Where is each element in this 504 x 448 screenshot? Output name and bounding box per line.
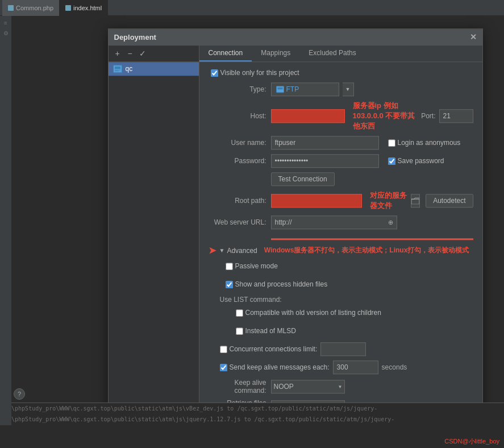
type-row: Type: FTP ▼ <box>209 82 473 96</box>
concurrent-row: Concurrent connections limit: <box>209 342 473 356</box>
check-server-button[interactable]: ✓ <box>137 48 148 59</box>
dialog-title: Deployment <box>114 33 156 42</box>
help-button[interactable]: ? <box>14 388 25 400</box>
username-row: User name: Login as anonymous <box>209 136 473 150</box>
globe-button[interactable]: ⊕ <box>385 215 397 229</box>
autodetect-button[interactable]: Autodetect <box>426 194 473 208</box>
passive-mode-checkbox[interactable] <box>226 263 233 270</box>
close-button[interactable]: ✕ <box>470 32 477 42</box>
remove-server-button[interactable]: − <box>124 48 136 59</box>
login-anonymous-label: Login as anonymous <box>398 139 461 147</box>
status-line-1: D:\phpStudy_pro\WWW\qc.sgxt.top\public\s… <box>0 403 504 414</box>
file-icon <box>8 5 14 11</box>
concurrent-input[interactable] <box>320 342 366 356</box>
status-bar-watermark: CSDN@小little_boy <box>440 435 504 448</box>
root-path-input[interactable] <box>271 194 362 208</box>
instead-mlsd-checkbox[interactable] <box>236 327 243 335</box>
root-path-annotation: 对应的服务器文件 <box>370 190 408 211</box>
add-server-button[interactable]: + <box>112 48 123 59</box>
instead-mlsd-row: Instead of MLSD <box>236 324 473 338</box>
keepalive-command-label: Keep alive command: <box>209 379 271 395</box>
test-connection-row: Test Connection <box>209 172 473 186</box>
dialog-title-bar: Deployment ✕ <box>109 29 482 45</box>
red-underline <box>271 238 473 240</box>
config-panel: Connection Mappings Excluded Paths <box>199 45 482 448</box>
compatible-label: Compatible with old version of listing c… <box>245 309 381 317</box>
save-password-checkbox[interactable] <box>388 157 395 165</box>
username-input[interactable] <box>271 136 379 150</box>
web-server-url-row: Web server URL: ⊕ <box>209 215 473 229</box>
save-password-label: Save password <box>398 157 444 165</box>
tab-mappings[interactable]: Mappings <box>252 45 299 61</box>
sidebar-icon-2: ⚙ <box>1 28 10 38</box>
type-label: Type: <box>209 85 271 93</box>
keepalive-input[interactable] <box>333 360 378 374</box>
advanced-header[interactable]: ➤ ▼ Advanced Windows服务器不打勾，表示主动模式；Linux打… <box>209 245 473 256</box>
instead-mlsd-wrap[interactable]: Instead of MLSD <box>236 327 296 335</box>
keepalive-wrap[interactable]: Send keep alive messages each: <box>220 363 330 371</box>
type-display: FTP <box>271 82 339 96</box>
tab-connection[interactable]: Connection <box>199 45 252 61</box>
keepalive-unit: seconds <box>382 363 407 371</box>
keepalive-command-select-wrap: NOOP <box>271 380 345 393</box>
compatible-wrap[interactable]: Compatible with old version of listing c… <box>236 309 381 317</box>
tab-common-php[interactable]: Common.php <box>2 0 60 16</box>
host-annotation: 服务器ip 例如 103.0.0.0 不要带其他东西 <box>353 101 418 131</box>
config-content: Visible only for this project Type: <box>199 62 482 448</box>
deployment-dialog: Deployment ✕ + − ✓ <box>108 28 483 448</box>
status-bar: D:\phpStudy_pro\WWW\qc.sgxt.top\public\s… <box>0 403 504 448</box>
dialog-body: + − ✓ qc <box>109 45 482 448</box>
red-underline-decoration <box>271 234 473 242</box>
tab-excluded-paths[interactable]: Excluded Paths <box>299 45 365 61</box>
show-hidden-label: Show and process hidden files <box>235 280 328 288</box>
login-anonymous-wrap[interactable]: Login as anonymous <box>388 139 461 147</box>
save-password-wrap[interactable]: Save password <box>388 157 444 165</box>
server-icon <box>113 65 122 73</box>
password-row: Password: Save password <box>209 154 473 168</box>
visible-only-checkbox-wrap[interactable]: Visible only for this project <box>211 69 299 77</box>
test-connection-button[interactable]: Test Connection <box>271 172 335 186</box>
keepalive-command-select[interactable]: NOOP <box>271 380 345 393</box>
root-path-browse-button[interactable] <box>411 194 420 208</box>
root-path-control: 对应的服务器文件 Autodetect <box>271 190 473 211</box>
compatible-row: Compatible with old version of listing c… <box>236 306 473 320</box>
tab-label: index.html <box>73 5 102 11</box>
password-label: Password: <box>209 157 271 165</box>
login-anonymous-checkbox[interactable] <box>388 139 395 147</box>
advanced-title: Advanced <box>227 247 257 255</box>
port-label: Port: <box>421 112 435 120</box>
root-path-row: Root path: 对应的服务器文件 Autodetect <box>209 190 473 211</box>
ide-left-sidebar: ≡ ⚙ <box>0 16 11 425</box>
type-control: FTP ▼ <box>271 82 473 96</box>
port-wrap: Port: 21 <box>421 109 473 123</box>
show-hidden-wrap[interactable]: Show and process hidden files <box>226 280 328 288</box>
server-item-qc[interactable]: qc <box>109 62 199 76</box>
password-control: Save password <box>271 154 473 168</box>
compatible-checkbox[interactable] <box>236 309 243 317</box>
instead-mlsd-label: Instead of MLSD <box>245 327 296 335</box>
password-input[interactable] <box>271 154 379 168</box>
concurrent-checkbox[interactable] <box>220 346 227 353</box>
tab-index-html[interactable]: index.html <box>60 0 108 16</box>
show-hidden-checkbox[interactable] <box>226 281 233 288</box>
web-server-url-input[interactable] <box>271 215 385 229</box>
keepalive-command-row: Keep alive command: NOOP <box>209 379 473 395</box>
passive-mode-wrap[interactable]: Passive mode <box>226 262 278 270</box>
keepalive-label: Send keep alive messages each: <box>230 363 330 371</box>
advanced-arrow-annotation: ➤ <box>209 245 216 256</box>
passive-mode-label: Passive mode <box>235 262 278 270</box>
username-label: User name: <box>209 139 271 147</box>
ftp-icon <box>276 86 284 93</box>
host-input[interactable] <box>271 109 345 123</box>
host-row: Host: 服务器ip 例如 103.0.0.0 不要带其他东西 Port: 2… <box>209 101 473 131</box>
port-input[interactable] <box>439 109 473 123</box>
type-dropdown-button[interactable]: ▼ <box>343 82 354 96</box>
tab-label: Common.php <box>16 5 53 11</box>
concurrent-label: Concurrent connections limit: <box>230 345 318 353</box>
show-hidden-row: Show and process hidden files <box>226 277 473 291</box>
keepalive-checkbox[interactable] <box>220 364 227 371</box>
concurrent-wrap[interactable]: Concurrent connections limit: <box>220 345 318 353</box>
status-line-2: D:\phpStudy_pro\WWW\qc.sgxt.top\public\s… <box>0 414 504 425</box>
visible-only-checkbox[interactable] <box>211 69 218 77</box>
visible-only-label: Visible only for this project <box>220 69 299 77</box>
